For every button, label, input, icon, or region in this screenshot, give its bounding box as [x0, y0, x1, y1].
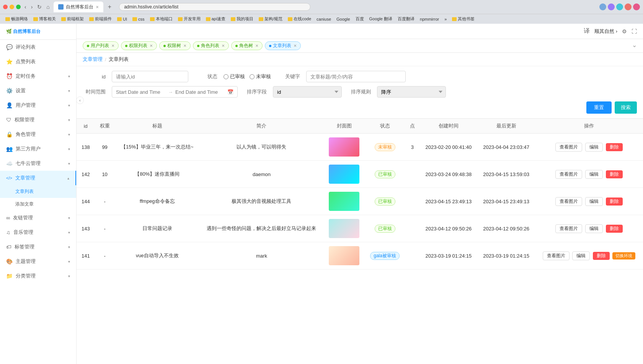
extension-icon-4[interactable] — [625, 3, 632, 10]
edit-button[interactable]: 编辑 — [585, 143, 603, 152]
open-tab-role-tree[interactable]: 角色树 ✕ — [231, 41, 263, 50]
open-tab-article-list[interactable]: 文章列表 ✕ — [265, 41, 301, 50]
open-tab-permission-tree[interactable]: 权限树 ✕ — [159, 41, 191, 50]
bookmark-0[interactable]: 畅游网络 — [3, 16, 30, 22]
view-image-button[interactable]: 查看图片 — [555, 170, 582, 179]
sidebar-item-theme-mgmt[interactable]: 🎨 主题管理 ▾ — [0, 254, 76, 269]
status-radio-approved-input[interactable] — [224, 74, 228, 79]
bookmark-11[interactable]: 在线code — [286, 16, 313, 22]
address-bar[interactable]: admin.hsslive.cn/article/list — [119, 3, 310, 11]
bookmark-1[interactable]: 博客相关 — [31, 16, 58, 22]
sidebar-item-settings[interactable]: ⚙️ 设置 ▾ — [0, 83, 76, 98]
sidebar-item-qiniu[interactable]: ☁️ 七牛云管理 ▾ — [0, 156, 76, 171]
open-tab-user-list[interactable]: 用户列表 ✕ — [83, 41, 119, 50]
expand-icon[interactable]: ⛶ — [632, 28, 637, 34]
bookmark-17[interactable]: npmmirror — [418, 16, 441, 22]
bookmark-12[interactable]: caniuse — [314, 16, 333, 22]
sidebar-sub-item-article-list[interactable]: 文章列表 — [0, 185, 76, 198]
status-radio-approved[interactable]: 已审核 — [224, 73, 245, 80]
edit-button[interactable]: 编辑 — [585, 170, 603, 179]
extension-icon-3[interactable] — [616, 3, 623, 10]
delete-button[interactable]: 删除 — [606, 225, 623, 233]
tab-close-button[interactable]: ✕ — [96, 5, 99, 9]
sidebar-sub-item-add-article[interactable]: 添加文章 — [0, 198, 76, 211]
view-image-button[interactable]: 查看图片 — [543, 251, 570, 260]
tab-close-icon[interactable]: ✕ — [222, 44, 225, 48]
search-button[interactable]: 搜索 — [615, 101, 637, 114]
end-date-input[interactable] — [175, 89, 225, 95]
bookmark-5[interactable]: css — [130, 16, 147, 22]
tab-close-icon[interactable]: ✕ — [150, 44, 153, 48]
status-radio-pending[interactable]: 未审核 — [250, 73, 271, 80]
view-image-button[interactable]: 查看图片 — [555, 143, 582, 152]
nav-home-button[interactable]: ⌂ — [45, 3, 51, 11]
maximize-dot[interactable] — [16, 5, 21, 9]
sidebar-item-permission-mgmt[interactable]: 🛡 权限管理 ▾ — [0, 113, 76, 127]
tabs-expand-button[interactable]: ⌄ — [632, 41, 637, 50]
user-avatar[interactable] — [633, 3, 640, 10]
breadcrumb-parent[interactable]: 文章管理 — [83, 56, 103, 63]
tab-close-icon[interactable]: ✕ — [294, 44, 297, 48]
delete-button[interactable]: 删除 — [606, 198, 623, 206]
edit-button[interactable]: 编辑 — [585, 197, 603, 206]
sidebar-item-friend-link[interactable]: ∞ 友链管理 ▾ — [0, 211, 76, 225]
delete-button[interactable]: 删除 — [606, 143, 623, 151]
sidebar-item-comment[interactable]: 💬 评论列表 — [0, 40, 76, 54]
sidebar-item-category-mgmt[interactable]: 📁 分类管理 ▾ — [0, 269, 76, 283]
sort-rule-select[interactable]: 降序 升序 — [377, 86, 446, 98]
calendar-icon[interactable]: 📅 — [227, 89, 233, 95]
bookmark-3[interactable]: 前端插件 — [87, 16, 114, 22]
bookmark-6[interactable]: 本地端口 — [148, 16, 175, 22]
nav-back-button[interactable]: ‹ — [23, 3, 28, 11]
nav-forward-button[interactable]: › — [29, 3, 34, 11]
tab-close-icon[interactable]: ✕ — [255, 44, 258, 48]
bookmark-more[interactable]: » — [442, 16, 449, 22]
sidebar-item-tag-mgmt[interactable]: 🏷 标签管理 ▾ — [0, 240, 76, 254]
start-date-input[interactable] — [116, 89, 166, 95]
sidebar-collapse-button[interactable]: ‹ — [77, 96, 84, 104]
tab-close-icon[interactable]: ✕ — [111, 44, 114, 48]
bookmark-4[interactable]: UI — [115, 16, 129, 22]
translate-icon[interactable]: 译 — [584, 27, 590, 35]
sidebar-item-role-mgmt[interactable]: 🔒 角色管理 ▾ — [0, 127, 76, 142]
sidebar-item-third-party[interactable]: 👥 第三方用户 ▾ — [0, 142, 76, 156]
user-name[interactable]: 顺其自然 › — [594, 28, 617, 35]
delete-button[interactable]: 删除 — [593, 252, 610, 260]
sidebar-item-user-mgmt[interactable]: 👤 用户管理 ▾ — [0, 98, 76, 113]
edit-button[interactable]: 编辑 — [585, 224, 603, 233]
keyword-filter-input[interactable] — [306, 71, 406, 82]
sidebar-item-music-mgmt[interactable]: ♫ 音乐管理 ▾ — [0, 225, 76, 240]
tab-close-icon[interactable]: ✕ — [183, 44, 186, 48]
status-radio-pending-input[interactable] — [250, 74, 255, 79]
bookmark-2[interactable]: 前端框架 — [59, 16, 86, 22]
extension-icon-2[interactable] — [608, 3, 615, 10]
sidebar-item-star[interactable]: ⭐ 点赞列表 — [0, 54, 76, 69]
view-image-button[interactable]: 查看图片 — [555, 224, 582, 233]
add-tab-button[interactable]: + — [106, 3, 114, 10]
nav-refresh-button[interactable]: ↻ — [36, 3, 43, 11]
switch-env-button[interactable]: 切换环境 — [612, 252, 635, 260]
date-range-picker[interactable]: → 📅 — [112, 86, 238, 98]
sidebar-item-article-mgmt[interactable]: </> 文章管理 ▴ — [0, 171, 76, 185]
id-filter-input[interactable] — [112, 71, 188, 82]
bookmark-8[interactable]: api速查 — [204, 16, 228, 22]
close-dot[interactable] — [3, 5, 8, 9]
browser-tab[interactable]: 自然博客后台 ✕ — [54, 2, 103, 12]
settings-icon[interactable]: ⚙ — [622, 28, 627, 34]
open-tab-role-list[interactable]: 角色列表 ✕ — [193, 41, 229, 50]
reset-button[interactable]: 重置 — [586, 101, 612, 114]
delete-button[interactable]: 删除 — [606, 170, 623, 178]
edit-button[interactable]: 编辑 — [572, 251, 590, 260]
bookmark-10[interactable]: 架构/规范 — [256, 16, 285, 22]
extension-icon-1[interactable] — [599, 3, 606, 10]
bookmark-16[interactable]: 百度翻译 — [395, 16, 417, 22]
bookmark-others[interactable]: 其他书签 — [450, 16, 477, 22]
bookmark-13[interactable]: Google — [334, 16, 352, 22]
open-tab-permission-list[interactable]: 权限列表 ✕ — [121, 41, 157, 50]
minimize-dot[interactable] — [10, 5, 14, 9]
bookmark-15[interactable]: Google 翻译 — [367, 16, 395, 22]
sort-field-select[interactable]: id created_at updated_at — [273, 86, 342, 98]
bookmark-14[interactable]: 百度 — [353, 16, 366, 22]
sidebar-item-scheduled[interactable]: ⏰ 定时任务 ▾ — [0, 69, 76, 83]
bookmark-9[interactable]: 我的项目 — [228, 16, 256, 22]
